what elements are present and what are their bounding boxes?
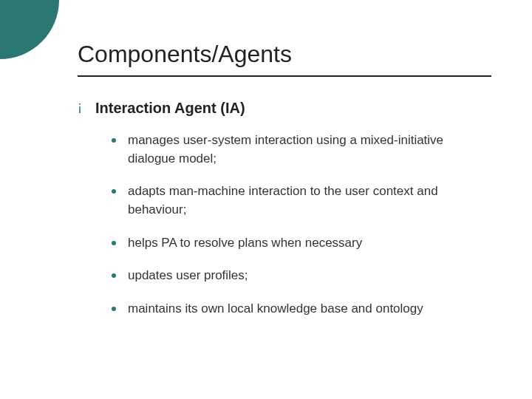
list-item: adapts man-machine interaction to the us… <box>112 183 488 219</box>
title-underline <box>78 75 491 77</box>
slide-body: ¡ Interaction Agent (IA) manages user-sy… <box>78 98 488 318</box>
dot-bullet-icon <box>112 273 116 278</box>
list-item: maintains its own local knowledge base a… <box>112 300 488 318</box>
list-item-text: manages user-system interaction using a … <box>128 132 482 168</box>
sub-list: manages user-system interaction using a … <box>112 132 488 318</box>
heading-text: Interaction Agent (IA) <box>95 98 245 118</box>
heading-item: ¡ Interaction Agent (IA) <box>78 98 488 118</box>
dot-bullet-icon <box>112 138 116 143</box>
list-item-text: adapts man-machine interaction to the us… <box>128 183 482 219</box>
dot-bullet-icon <box>112 189 116 194</box>
dot-bullet-icon <box>112 307 116 311</box>
list-item: helps PA to resolve plans when necessary <box>112 234 488 253</box>
list-item-text: updates user profiles; <box>128 267 248 285</box>
slide-title: Components/Agents <box>78 41 488 68</box>
list-item-text: helps PA to resolve plans when necessary <box>128 234 362 253</box>
slide-content: Components/Agents ¡ Interaction Agent (I… <box>0 0 532 318</box>
circle-bullet-icon: ¡ <box>78 98 82 116</box>
list-item: manages user-system interaction using a … <box>112 132 488 168</box>
list-item: updates user profiles; <box>112 267 488 285</box>
dot-bullet-icon <box>112 241 116 245</box>
list-item-text: maintains its own local knowledge base a… <box>128 300 423 318</box>
